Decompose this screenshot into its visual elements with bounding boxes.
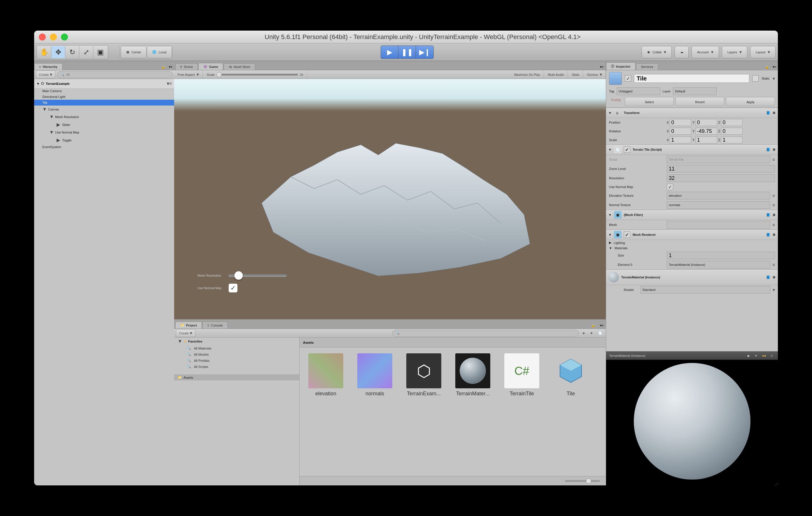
hierarchy-menu-icon[interactable]: ▾≡ [167, 64, 174, 70]
transform-component-header[interactable]: ▼⟀Transform📘⚙ [606, 108, 778, 118]
scale-tool[interactable]: ⤢ [79, 46, 93, 58]
game-tab[interactable]: 👾Game [198, 63, 223, 70]
asset-size-slider[interactable] [565, 480, 600, 482]
hierarchy-item-use-normal-map[interactable]: ▼Use Normal Map [34, 128, 174, 136]
terrain-tile-enabled-checkbox[interactable]: ✓ [624, 146, 630, 153]
hierarchy-item-tile[interactable]: Tile [34, 100, 174, 105]
inspector-lock-icon[interactable]: 🔒 [763, 64, 771, 70]
center-menu-icon[interactable]: ▾≡ [598, 64, 606, 70]
tag-dropdown[interactable]: Untagged [616, 87, 660, 95]
gear-icon[interactable]: ⚙ [773, 233, 776, 237]
hierarchy-item-slider[interactable]: ▶Slider [34, 121, 174, 128]
hierarchy-search-input[interactable]: 🔍All [57, 71, 172, 78]
mesh-renderer-enabled-checkbox[interactable]: ✓ [624, 232, 630, 238]
project-menu-icon[interactable]: ▾≡ [598, 323, 606, 329]
hierarchy-item-directional-light[interactable]: Directional Light [34, 94, 174, 100]
gear-icon[interactable]: ⚙ [773, 213, 776, 217]
prefab-revert-button[interactable]: Revert [675, 97, 725, 106]
object-picker-icon[interactable]: ⊙ [772, 263, 775, 267]
hierarchy-create-dropdown[interactable]: Create▾ [36, 70, 55, 79]
preview-play-icon[interactable]: ▶ [748, 354, 750, 358]
overlay-use-normal-checkbox[interactable]: ✓ [229, 284, 237, 293]
hierarchy-item-mesh-resolution[interactable]: ▼Mesh Resolution [34, 113, 174, 121]
pivot-center-button[interactable]: ▦Center [121, 46, 147, 58]
window-close[interactable] [39, 33, 46, 40]
shader-dropdown[interactable]: Standard [640, 286, 770, 294]
gear-icon[interactable]: ⚙ [773, 275, 776, 279]
help-icon[interactable]: 📘 [766, 275, 770, 279]
layers-dropdown[interactable]: Layers▾ [722, 46, 747, 58]
terrain-tile-component-header[interactable]: ▼📄✓Terrain Tile (Script)📘⚙ [606, 144, 778, 155]
scale-slider[interactable]: Scale 2x [203, 70, 307, 79]
scene-tab[interactable]: #Scene [175, 63, 198, 70]
hierarchy-item-canvas[interactable]: ▼Canvas [34, 105, 174, 113]
gear-icon[interactable]: ⚙ [773, 148, 776, 152]
object-picker-icon[interactable]: ⊙ [772, 194, 775, 198]
gizmos-dropdown[interactable]: Gizmos▾ [584, 70, 606, 79]
materials-size-field[interactable] [667, 251, 775, 259]
resolution-field[interactable] [667, 174, 775, 182]
hierarchy-tab[interactable]: ≡Hierarchy [34, 63, 62, 70]
help-icon[interactable]: 📘 [766, 111, 770, 115]
hierarchy-item-main-camera[interactable]: Main Camera [34, 88, 174, 94]
use-normal-map-checkbox[interactable]: ✓ [667, 184, 673, 190]
normal-texture-field[interactable]: normals [667, 201, 770, 209]
elevation-texture-field[interactable]: elevation [667, 192, 770, 200]
inspector-tab[interactable]: ⓘInspector [606, 62, 636, 70]
position-x-field[interactable] [670, 119, 691, 126]
aspect-dropdown[interactable]: Free Aspect▾ [174, 70, 203, 79]
asset-elevation[interactable]: elevation [306, 353, 346, 397]
help-icon[interactable]: 📘 [766, 148, 770, 152]
object-picker-icon[interactable]: ⊙ [772, 223, 775, 227]
asset-terrain-tile-script[interactable]: C# TerrainTile [501, 353, 542, 397]
project-create-dropdown[interactable]: Create▾ [176, 329, 196, 337]
fav-all-materials[interactable]: 🔍All Materials [174, 345, 299, 351]
move-tool[interactable]: ✥ [51, 46, 65, 58]
window-minimize[interactable] [50, 33, 57, 40]
gear-icon[interactable]: ⚙ [773, 111, 776, 115]
gameobject-active-checkbox[interactable]: ✓ [625, 75, 631, 82]
help-icon[interactable]: 📘 [766, 213, 770, 217]
mesh-field[interactable] [667, 221, 770, 229]
step-button[interactable]: ▶❙ [416, 46, 433, 59]
project-tab[interactable]: 📁Project [175, 322, 202, 329]
project-lock-icon[interactable]: 🔒 [589, 323, 598, 329]
inspector-menu-icon[interactable]: ▾≡ [771, 64, 778, 70]
hierarchy-item-eventsystem[interactable]: EventSystem [34, 144, 174, 150]
play-button[interactable]: ▶ [381, 46, 399, 59]
asset-tile-prefab[interactable]: Tile [550, 353, 591, 397]
services-tab[interactable]: Services [636, 63, 658, 70]
window-maximize[interactable] [61, 33, 68, 40]
zoom-level-field[interactable] [667, 165, 775, 173]
prefab-apply-button[interactable]: Apply [726, 97, 775, 106]
layer-dropdown[interactable]: Default [673, 87, 717, 95]
rotate-tool[interactable]: ↻ [65, 46, 79, 58]
preview-light-icon[interactable]: ☀ [755, 354, 757, 358]
asset-terrain-material[interactable]: TerrainMater... [453, 353, 493, 397]
material-element-0-field[interactable]: TerrainMaterial (Instance) [667, 261, 770, 269]
material-header[interactable]: TerrainMaterial (Instance)📘⚙ [606, 269, 778, 285]
help-icon[interactable]: 📘 [766, 233, 770, 237]
assets-folder[interactable]: 📁Assets [174, 374, 299, 381]
project-search-input[interactable]: 🔍 [392, 330, 579, 337]
pivot-local-button[interactable]: 🌐Local [147, 46, 172, 58]
hierarchy-lock-icon[interactable]: 🔒 [160, 64, 167, 70]
rect-tool[interactable]: ▣ [93, 46, 107, 58]
rotation-x-field[interactable] [670, 128, 691, 135]
pause-button[interactable]: ❚❚ [399, 46, 416, 59]
favorites-foldout[interactable]: ▼★Favorites [174, 338, 299, 345]
account-dropdown[interactable]: Account▾ [692, 46, 719, 58]
scene-menu-icon[interactable]: ▾≡ [167, 81, 172, 86]
overlay-mesh-res-slider[interactable] [228, 274, 287, 277]
position-z-field[interactable] [721, 119, 743, 126]
fav-all-scripts[interactable]: 🔍All Scripts [174, 364, 299, 370]
static-dropdown-icon[interactable]: ▾ [773, 76, 775, 81]
material-preview-sphere[interactable] [634, 363, 750, 480]
asset-store-tab[interactable]: 🛍Asset Store [224, 63, 255, 70]
stats-toggle[interactable]: Stats [569, 70, 583, 79]
gameobject-name-field[interactable] [634, 74, 749, 83]
scale-y-field[interactable] [696, 136, 717, 144]
static-checkbox[interactable] [752, 75, 759, 82]
scene-foldout[interactable]: ▼ ⬡ TerrainExample▾≡ [34, 79, 174, 88]
assets-breadcrumb[interactable]: Assets [299, 338, 606, 347]
